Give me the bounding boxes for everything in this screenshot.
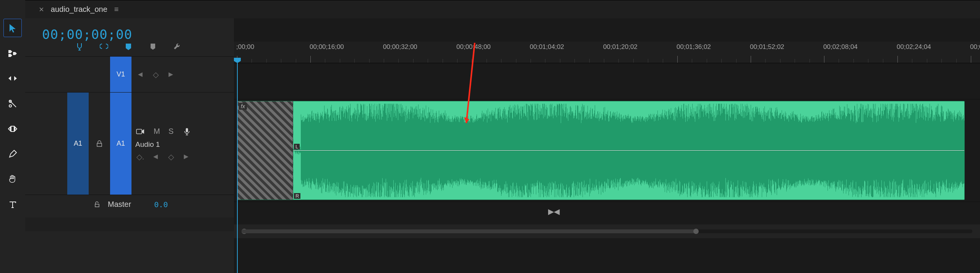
lock-icon xyxy=(96,140,103,147)
linked-selection-icon[interactable] xyxy=(99,41,109,52)
ruler-label: 00;01;52;02 xyxy=(750,43,784,51)
panel-menu-icon[interactable]: ≡ xyxy=(114,5,119,14)
sequence-tab-bar: × audio_track_one ≡ xyxy=(25,0,980,18)
master-track-header: Master 0.0 xyxy=(25,195,234,214)
video-track-header: V1 ◄ ◇ ► xyxy=(25,56,234,92)
settings-wrench-icon[interactable] xyxy=(172,41,183,52)
a1-mute-button[interactable]: M xyxy=(154,127,160,136)
playhead-timecode[interactable]: 00;00;00;00 xyxy=(42,27,132,42)
timeline-area[interactable]: ;00;0000;00;16;0000;00;32;0000;00;48;000… xyxy=(234,18,980,273)
v1-prev-keyframe-icon[interactable]: ◄ xyxy=(136,70,144,79)
svg-rect-1 xyxy=(186,128,188,132)
ripple-edit-tool[interactable] xyxy=(4,70,21,87)
track-select-forward-tool[interactable] xyxy=(4,44,21,62)
time-ruler[interactable]: ;00;0000;00;16;0000;00;32;0000;00;48;000… xyxy=(234,42,980,63)
master-level[interactable]: 0.0 xyxy=(154,200,168,209)
a1-record-icon[interactable] xyxy=(135,127,145,136)
a1-voiceover-icon[interactable] xyxy=(182,127,192,136)
pen-tool[interactable] xyxy=(4,145,21,163)
v1-add-keyframe-icon[interactable]: ◇ xyxy=(151,70,160,79)
ruler-label: 00;02;24;04 xyxy=(897,43,931,51)
v1-next-keyframe-icon[interactable]: ► xyxy=(167,70,175,79)
add-marker-icon[interactable] xyxy=(123,41,134,52)
hand-tool[interactable] xyxy=(4,171,21,188)
vertical-zoom-area xyxy=(25,218,234,231)
master-track-lane[interactable]: ▶◀ xyxy=(234,202,980,221)
type-tool[interactable] xyxy=(4,196,21,213)
svg-rect-0 xyxy=(136,129,142,134)
a1-next-keyframe-icon[interactable]: ► xyxy=(182,153,190,161)
a1-keyframe-mode-icon[interactable]: ◇. xyxy=(136,153,144,161)
master-label: Master xyxy=(108,200,131,209)
snap-toggle-icon[interactable] xyxy=(74,41,85,52)
ruler-label: 00;00;16;00 xyxy=(310,43,344,51)
tools-panel xyxy=(0,0,25,273)
v1-lock-toggle[interactable] xyxy=(89,57,110,92)
ruler-label: 00;02;40;04 xyxy=(970,43,980,51)
v1-source-patch[interactable] xyxy=(67,57,89,92)
ruler-label: 00;01;04;02 xyxy=(530,43,564,51)
sequence-tab-name[interactable]: audio_track_one xyxy=(51,5,107,14)
waveform-right xyxy=(293,151,964,200)
a1-track-name[interactable]: Audio 1 xyxy=(135,140,234,149)
clip-locked-region xyxy=(237,101,293,200)
a1-prev-keyframe-icon[interactable]: ◄ xyxy=(151,153,160,161)
close-tab-icon[interactable]: × xyxy=(39,5,44,15)
playhead[interactable] xyxy=(237,63,238,273)
zoom-handle-right[interactable] xyxy=(693,229,699,234)
a1-solo-button[interactable]: S xyxy=(169,127,174,136)
a1-lock-toggle[interactable] xyxy=(89,93,110,195)
audio-track-header: A1 A1 M S Audio 1 ◇. xyxy=(25,92,234,195)
a1-source-patch[interactable]: A1 xyxy=(67,93,89,195)
v1-track-lane[interactable] xyxy=(234,63,980,99)
a1-track-lane[interactable]: fx L R xyxy=(234,99,980,202)
audio-clip[interactable]: fx L R xyxy=(237,101,965,200)
waveform-left xyxy=(293,101,964,150)
ruler-label: 00;02;08;04 xyxy=(823,43,858,51)
annotation-arrow xyxy=(463,41,479,133)
razor-tool[interactable] xyxy=(4,95,21,112)
v1-target-toggle[interactable]: V1 xyxy=(110,57,131,92)
selection-tool[interactable] xyxy=(4,19,21,37)
ruler-label: 00;01;20;02 xyxy=(603,43,638,51)
scroll-thumb[interactable] xyxy=(242,229,696,233)
sync-lock-icon[interactable]: ▶◀ xyxy=(548,207,560,216)
right-channel-label: R xyxy=(294,193,300,199)
slip-tool[interactable] xyxy=(4,120,21,138)
ruler-label: ;00;00 xyxy=(236,43,254,51)
left-channel-label: L xyxy=(294,144,300,150)
ruler-label: 00;01;36;02 xyxy=(677,43,711,51)
track-header-area: 00;00;00;00 V1 ◄ xyxy=(25,18,234,273)
a1-target-toggle[interactable]: A1 xyxy=(110,93,131,195)
a1-add-keyframe-icon[interactable]: ◇ xyxy=(167,153,175,161)
fx-badge[interactable]: fx xyxy=(239,103,247,110)
svg-line-2 xyxy=(466,43,475,123)
marker-icon[interactable] xyxy=(148,41,158,52)
ruler-label: 00;00;32;00 xyxy=(383,43,417,51)
lock-icon[interactable] xyxy=(94,202,100,208)
horizontal-scrollbar[interactable] xyxy=(234,224,980,238)
